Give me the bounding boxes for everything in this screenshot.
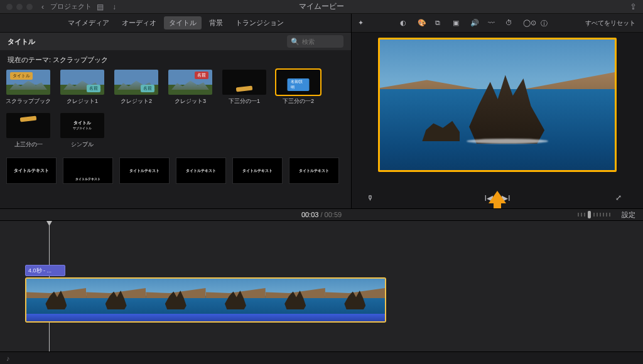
library-icon[interactable]: ▤: [97, 3, 104, 11]
search-input[interactable]: [302, 38, 340, 45]
title-thumb[interactable]: 下三分の一1: [222, 70, 266, 105]
window-traffic-lights: [0, 4, 33, 10]
preview-controls: 🎙 I◀ ▶I ⤢: [352, 187, 643, 208]
tab-transition[interactable]: トランジション: [230, 16, 289, 29]
speed-icon[interactable]: ⏱: [505, 19, 514, 28]
titles-header: タイトル 🔍: [0, 33, 351, 50]
title-thumb-caption: シンプル: [71, 141, 94, 149]
title-thumb-caption: クレジット2: [121, 97, 152, 105]
close-dot[interactable]: [6, 4, 13, 10]
audio-lane[interactable]: ♪: [0, 351, 643, 364]
title-thumb-caption: 下三分の一1: [229, 97, 260, 105]
title-thumb[interactable]: 名前クレジット2: [114, 70, 158, 105]
title-thumb[interactable]: タイトルスクラップブック: [6, 70, 50, 105]
magic-wand-icon[interactable]: ✦: [358, 19, 364, 27]
volume-icon[interactable]: 🔊: [470, 19, 479, 28]
title-thumb[interactable]: 名前クレジット1: [60, 70, 104, 105]
time-ruler-bar: 00:03 / 00:59 設定: [0, 208, 643, 221]
title-text-thumb[interactable]: タイトルテキスト: [6, 158, 57, 184]
clip-audio-waveform: [26, 314, 385, 321]
viewer-toolbar: ✦ ◐ 🎨 ⧉ ▣ 🔊 〰 ⏱ ◯⊙ ⓘ すべてをリセット: [352, 14, 643, 33]
search-icon: 🔍: [291, 38, 300, 46]
title-thumb-caption: クレジット1: [67, 97, 98, 105]
title-text-thumb[interactable]: タイトルテキスト: [232, 158, 283, 184]
app-title: マイムービー: [299, 1, 344, 12]
import-icon[interactable]: ↓: [112, 3, 116, 11]
tab-my-media[interactable]: マイメディア: [63, 16, 114, 29]
timeline-settings-button[interactable]: 設定: [622, 210, 635, 220]
title-thumbnails-grid: タイトルスクラップブック名前クレジット1名前クレジット2名前クレジット3 下三分…: [0, 67, 351, 154]
chevron-left-icon: ‹: [41, 3, 44, 11]
voiceover-icon[interactable]: 🎙: [367, 194, 374, 201]
fullscreen-icon[interactable]: ⤢: [615, 193, 622, 202]
title-thumb[interactable]: タイトルサブタイトルシンプル: [60, 113, 104, 149]
reset-all-button[interactable]: すべてをリセット: [585, 19, 635, 28]
zoom-dot[interactable]: [26, 4, 33, 10]
titles-header-label: タイトル: [8, 37, 35, 46]
tab-titles[interactable]: タイトル: [164, 16, 202, 29]
window-titlebar: ‹ プロジェクト ▤ ↓ マイムービー ⇪: [0, 0, 643, 14]
title-thumb-caption: 上三分の一: [14, 141, 43, 149]
viewer-panel: ✦ ◐ 🎨 ⧉ ▣ 🔊 〰 ⏱ ◯⊙ ⓘ すべてをリセット 🎙: [352, 14, 643, 208]
stabilize-icon[interactable]: ▣: [453, 19, 462, 28]
browser-tabs: マイメディア オーディオ タイトル 背景 トランジション: [0, 14, 351, 33]
filter-icon[interactable]: ◯⊙: [523, 19, 532, 28]
title-text-thumb[interactable]: タイトルテキスト: [176, 158, 226, 184]
total-time: 00:59: [325, 211, 342, 218]
title-thumb[interactable]: 上三分の一: [6, 113, 50, 149]
title-thumb[interactable]: 名前クレジット3: [168, 70, 212, 105]
color-balance-icon[interactable]: ◐: [400, 19, 409, 28]
video-preview[interactable]: [378, 38, 617, 172]
video-clip[interactable]: [25, 277, 386, 323]
title-text-thumb[interactable]: タイトルテキスト: [63, 158, 113, 184]
timeline[interactable]: 4.0秒 - ... ♪: [0, 221, 643, 364]
color-correction-icon[interactable]: 🎨: [418, 19, 426, 28]
title-thumb-caption: スクラップブック: [6, 97, 51, 105]
crop-icon[interactable]: ⧉: [435, 19, 444, 28]
title-thumb[interactable]: 名前/説明下三分の一2: [276, 70, 320, 105]
title-text-strip: タイトルテキストタイトルテキストタイトルテキストタイトルテキストタイトルテキスト…: [0, 154, 351, 188]
noise-reduction-icon[interactable]: 〰: [488, 19, 497, 28]
current-theme-label: 現在のテーマ: スクラップブック: [0, 50, 351, 67]
timeline-zoom-slider[interactable]: [578, 211, 610, 218]
minimize-dot[interactable]: [16, 4, 23, 10]
current-time: 00:03: [301, 211, 319, 218]
title-thumb-caption: 下三分の一2: [283, 97, 314, 105]
browser-panel: マイメディア オーディオ タイトル 背景 トランジション タイトル 🔍 現在のテ…: [0, 14, 352, 208]
tab-background[interactable]: 背景: [204, 16, 228, 29]
project-back-label: プロジェクト: [50, 2, 92, 11]
tab-audio[interactable]: オーディオ: [117, 16, 161, 29]
title-text-thumb[interactable]: タイトルテキスト: [289, 158, 339, 184]
title-text-thumb[interactable]: タイトルテキスト: [119, 158, 170, 184]
title-thumb-caption: クレジット3: [175, 97, 206, 105]
share-icon[interactable]: ⇪: [630, 2, 637, 11]
search-field[interactable]: 🔍: [287, 35, 343, 48]
project-back-nav[interactable]: ‹ プロジェクト: [41, 2, 92, 11]
title-clip[interactable]: 4.0秒 - ...: [25, 265, 65, 276]
info-icon[interactable]: ⓘ: [541, 19, 549, 28]
